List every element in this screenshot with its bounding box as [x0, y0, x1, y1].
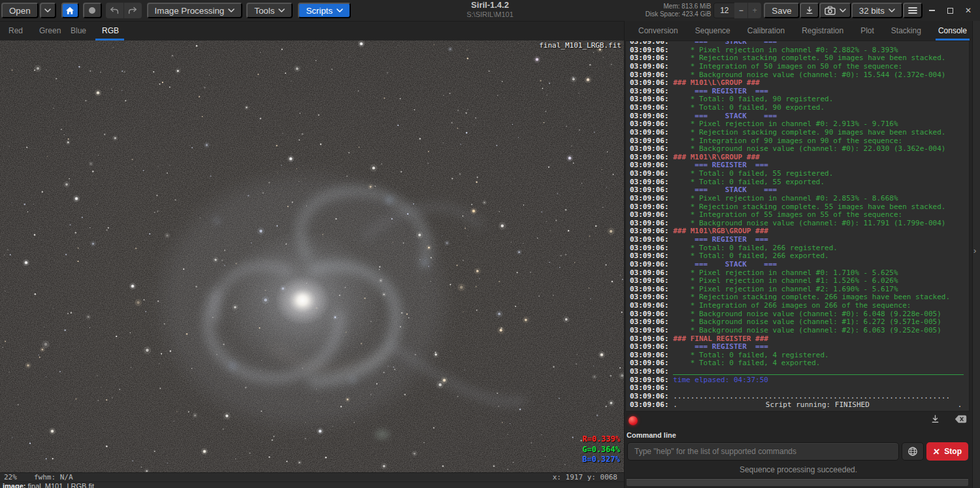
console-line: 03:09:06: * Total: 0 failed, 266 exporte…: [630, 252, 966, 261]
console-line: 03:09:06: === REGISTER ===: [630, 343, 966, 351]
close-button[interactable]: ✕: [959, 3, 977, 18]
minimize-icon: [929, 10, 935, 11]
console-line: 03:09:06: * Total: 0 failed, 4 exported.: [630, 359, 966, 368]
console-toolbar: [626, 413, 968, 430]
hamburger-menu-button[interactable]: [903, 3, 923, 18]
tab-registration[interactable]: Registration: [793, 21, 852, 41]
image-name-bar: image: final_M101_LRGB.fit: [0, 481, 624, 488]
stop-x-icon: ✕: [932, 447, 941, 457]
console-line: 03:09:06: * Rejection stacking complete.…: [630, 54, 966, 63]
undo-redo-group: [106, 3, 142, 18]
camera-icon: [825, 6, 836, 15]
record-circle-icon: [88, 7, 96, 14]
thread-spinner: 12 − +: [713, 3, 761, 18]
console-line: 03:09:06: === REGISTER ===: [630, 236, 966, 244]
undo-icon: [110, 7, 119, 14]
chevron-down-icon: [44, 8, 51, 12]
image-filename-overlay: final_M101_LRGB.fit: [539, 41, 621, 50]
home-icon: [65, 7, 74, 15]
console-line: 03:09:06: * Total: 0 failed, 55 register…: [630, 170, 966, 178]
undo-button[interactable]: [106, 3, 123, 18]
chevron-down-icon: [889, 8, 895, 12]
panel-collapse-strip[interactable]: ›: [972, 21, 980, 488]
console-line: 03:09:06: * Total: 0 failed, 90 exported…: [630, 104, 966, 112]
redo-button[interactable]: [123, 3, 142, 18]
tab-blue[interactable]: Blue: [63, 21, 94, 41]
download-icon: [805, 6, 814, 15]
console-line: 03:09:06: ### M101\L\GROUP ###: [630, 79, 966, 88]
console-line: 03:09:06: * Pixel rejection in channel #…: [630, 277, 966, 285]
chevron-down-icon: [840, 8, 846, 12]
image-name-value: final_M101_LRGB.fit: [28, 482, 95, 488]
process-tabs: Conversion Sequence Calibration Registra…: [625, 21, 972, 41]
tab-conversion[interactable]: Conversion: [630, 21, 687, 41]
channel-tabs: Red Green Blue RGB: [0, 21, 624, 41]
pixel-red-value: R=0.339%: [582, 434, 620, 445]
tab-red[interactable]: Red: [0, 21, 31, 41]
image-viewport[interactable]: final_M101_LRGB.fit R=0.339% G=0.364% B=…: [0, 41, 624, 472]
home-button[interactable]: [61, 3, 79, 18]
status-led: [629, 416, 638, 425]
redo-icon: [128, 7, 137, 14]
console-line: 03:09:06: * Pixel rejection in channel #…: [630, 195, 966, 203]
maximize-icon: [947, 8, 953, 14]
image-processing-label: Image Processing: [155, 6, 225, 16]
thread-count-value[interactable]: 12: [713, 3, 734, 18]
console-line: 03:09:06: .Script running: FINISHED.: [630, 401, 966, 410]
increment-button[interactable]: +: [747, 3, 761, 18]
command-input[interactable]: [627, 442, 899, 461]
pixel-blue-value: B=0.327%: [582, 455, 620, 465]
console-line: 03:09:06: * Integration of 50 images on …: [630, 63, 966, 71]
console-line: 03:09:06: * Background noise value (chan…: [630, 318, 966, 327]
image-status-bar: 22% fwhm: N/A x: 1917 y: 0068: [0, 472, 624, 481]
tools-label: Tools: [254, 6, 274, 16]
stop-label: Stop: [944, 447, 962, 456]
save-button[interactable]: Save: [764, 3, 799, 18]
console-line: 03:09:06: * Integration of 266 images on…: [630, 302, 966, 310]
chevron-down-icon: [228, 8, 235, 12]
clear-log-button[interactable]: [955, 415, 967, 423]
galaxy-image: [0, 41, 624, 472]
tools-menu[interactable]: Tools: [246, 3, 293, 18]
tab-calibration[interactable]: Calibration: [739, 21, 793, 41]
plus-icon: +: [753, 6, 757, 15]
maximize-button[interactable]: [941, 3, 959, 18]
minus-icon: −: [739, 6, 743, 15]
scripts-menu[interactable]: Scripts: [298, 3, 351, 18]
cursor-coordinates: x: 1917 y: 0068: [553, 473, 617, 482]
command-line-label: Command line: [627, 431, 676, 439]
progress-bar: [627, 478, 968, 486]
image-processing-menu[interactable]: Image Processing: [147, 3, 243, 18]
console-line: 03:09:06: * Pixel rejection in channel #…: [630, 120, 966, 129]
stop-button[interactable]: ✕ Stop: [926, 442, 968, 461]
image-name-label: image:: [3, 482, 25, 488]
bit-depth-dropdown[interactable]: 32 bits: [851, 3, 903, 18]
decrement-button[interactable]: −: [734, 3, 747, 18]
console-line: 03:09:06: * Background noise value (chan…: [630, 327, 966, 335]
save-as-button[interactable]: [800, 3, 819, 18]
tab-stacking[interactable]: Stacking: [883, 21, 930, 41]
minimize-button[interactable]: [923, 3, 941, 18]
open-dropdown-button[interactable]: [40, 3, 56, 18]
tab-plot[interactable]: Plot: [852, 21, 883, 41]
command-help-button[interactable]: [902, 442, 924, 461]
export-log-button[interactable]: [930, 414, 940, 424]
console-line: 03:09:06:: [630, 368, 966, 376]
tab-rgb[interactable]: RGB: [94, 21, 125, 41]
resource-info: Mem: 813.6 MiB Disk Space: 423.4 GiB: [645, 3, 711, 18]
open-button[interactable]: Open: [1, 3, 39, 18]
close-icon: ✕: [965, 6, 972, 15]
scripts-label: Scripts: [306, 6, 333, 16]
tab-green[interactable]: Green: [31, 21, 63, 41]
console-line: 03:09:06: === STACK ===: [630, 261, 966, 269]
record-button[interactable]: [83, 3, 102, 18]
header-bar: Open Image Processing: [0, 0, 980, 22]
console-line: 03:09:06:: [630, 384, 966, 393]
pixel-value-overlay: R=0.339% G=0.364% B=0.327%: [582, 434, 620, 465]
tab-console[interactable]: Console: [930, 21, 975, 41]
console-log[interactable]: 03:09:06: === STACK ===03:09:06: * Pixel…: [625, 41, 970, 412]
console-line: 03:09:06: * Background noise value (chan…: [630, 145, 966, 154]
snapshot-button[interactable]: [819, 3, 851, 18]
tab-sequence[interactable]: Sequence: [687, 21, 739, 41]
memory-usage: Mem: 813.6 MiB: [645, 3, 711, 10]
